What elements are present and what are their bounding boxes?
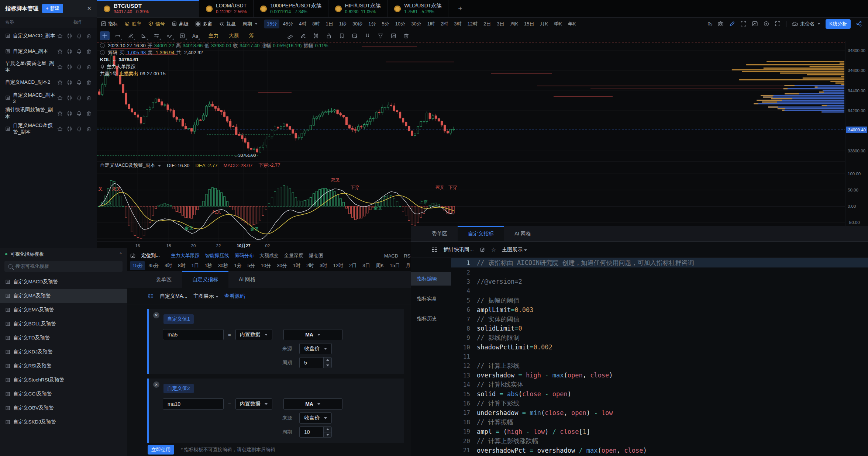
timeframe-3时[interactable]: 3时 [451, 20, 464, 28]
ruler-tool-icon[interactable] [285, 31, 295, 40]
favorite-icon[interactable] [57, 95, 63, 101]
price-source-select[interactable]: 收盘价 [299, 343, 332, 354]
timeframe-月K[interactable]: 月K [538, 20, 551, 28]
timeframe-10分[interactable]: 10分 [258, 261, 273, 270]
subnav-指标实盘[interactable]: 指标实盘 [411, 292, 451, 305]
favorite-icon[interactable] [57, 111, 63, 116]
candle-icon[interactable] [67, 33, 72, 39]
timeframe-5分[interactable]: 5分 [379, 20, 392, 28]
candle-icon[interactable] [67, 80, 72, 85]
trash-tool-icon[interactable] [402, 31, 411, 40]
layout-name[interactable]: 未命名 [792, 21, 820, 27]
magnet-tool-icon[interactable] [363, 31, 372, 40]
timeframe-15分[interactable]: 15分 [264, 20, 279, 28]
tool-筹[interactable]: 筹 [249, 32, 254, 39]
target-icon[interactable] [763, 21, 769, 27]
share-icon[interactable] [856, 21, 862, 27]
view-source-link[interactable]: 查看源码 [224, 293, 245, 300]
timeframe-45分[interactable]: 45分 [146, 261, 161, 270]
template-item-0[interactable]: 自定义MACD及预警 [0, 275, 127, 289]
candle-icon[interactable] [67, 64, 72, 70]
timeframe-5分[interactable]: 5分 [245, 261, 258, 270]
delete-icon[interactable] [86, 95, 92, 101]
script-row-3[interactable]: 自定义MACD_副本2 [0, 75, 97, 90]
favorite-icon[interactable] [57, 126, 63, 132]
toolbar-item[interactable]: 周期 [242, 21, 258, 27]
chart-feature-全量深度[interactable]: 全量深度 [284, 252, 303, 259]
note-tool-icon[interactable] [350, 31, 359, 40]
period-stepper[interactable] [299, 357, 332, 368]
favorite-icon[interactable] [57, 80, 63, 85]
bookmark-tool-icon[interactable] [337, 31, 347, 40]
code-editor[interactable]: 1// 该指标由 AICOIN研究院 创建，如遇任何使用问题，可加入指标社群咨询… [451, 258, 868, 456]
text-tool-icon[interactable]: Aa [190, 31, 200, 40]
new-script-button[interactable]: + 新建 [42, 4, 63, 13]
alert-icon[interactable] [76, 111, 82, 116]
code-panel-tab-AI 网格[interactable]: AI 网格 [504, 226, 541, 241]
timeframe-12时[interactable]: 12时 [330, 261, 345, 270]
template-item-5[interactable]: 自定义KDJ及预警 [0, 345, 127, 359]
favorite-icon[interactable]: ☆ [491, 246, 496, 253]
timeframe-15日[interactable]: 15日 [387, 261, 402, 270]
timeframe-15分[interactable]: 15分 [130, 261, 145, 270]
triangle-tool-icon[interactable] [139, 31, 148, 40]
timeframe-1分[interactable]: 1分 [366, 20, 378, 28]
parallel-tool-icon[interactable] [126, 31, 135, 40]
candlestick-chart[interactable]: 34800.0034600.0034400.0034200.0033800.00… [97, 41, 868, 250]
function-select[interactable]: MA [283, 329, 342, 340]
timeframe-1分[interactable]: 1分 [231, 261, 244, 270]
delete-icon[interactable] [86, 33, 92, 39]
timeframe-30分[interactable]: 30分 [274, 261, 289, 270]
script-row-6[interactable]: 自定义MACD及预警_副本 [0, 121, 97, 137]
toolbar-item[interactable]: 信号 [148, 21, 165, 27]
indicator-list-icon[interactable] [148, 293, 154, 299]
segment-tool-icon[interactable] [113, 31, 123, 40]
script-row-2[interactable]: 早晨之星/黄昏之星_副本 [0, 59, 97, 75]
timeframe-1时[interactable]: 1时 [425, 20, 437, 28]
source-type-select[interactable]: 内置数据 [235, 398, 272, 410]
timeframe-4时[interactable]: 4时 [162, 261, 175, 270]
timeframe-3时[interactable]: 3时 [317, 261, 330, 270]
script-row-0[interactable]: 自定义MACD_副本 [0, 28, 97, 44]
alert-icon[interactable] [76, 80, 82, 85]
template-item-3[interactable]: 自定义BOLL及预警 [0, 317, 127, 331]
symbol-tab-0[interactable]: BTC/USDT34017.40 -0.39% [97, 0, 199, 17]
replace-tool-icon[interactable] [389, 31, 398, 40]
alert-icon[interactable] [76, 33, 82, 39]
timeframe-1日[interactable]: 1日 [189, 261, 201, 270]
template-item-8[interactable]: 自定义CCI及预警 [0, 387, 127, 401]
timeframe-季K[interactable]: 季K [551, 20, 565, 28]
timeframe-15日[interactable]: 15日 [521, 20, 537, 28]
timeframe-年K[interactable]: 年K [565, 20, 579, 28]
timeframe-45分[interactable]: 45分 [280, 20, 295, 28]
alert-icon[interactable] [76, 49, 82, 54]
candle-tool-tool-icon[interactable] [311, 31, 321, 40]
frame-icon[interactable] [740, 21, 747, 27]
timeframe-周K[interactable]: 周K [373, 261, 386, 270]
close-icon[interactable]: ✕ [87, 5, 92, 12]
add-symbol-button[interactable]: + [448, 0, 472, 17]
editor-tab-委单区[interactable]: 委单区 [146, 271, 182, 288]
editor-tab-自定义指标[interactable]: 自定义指标 [182, 271, 228, 288]
template-search-input[interactable]: 搜索可视化模板 [4, 261, 123, 272]
indicator-RSI[interactable]: RSI [404, 253, 411, 259]
timeframe-30秒[interactable]: 30秒 [216, 261, 231, 270]
template-item-7[interactable]: 自定义StochRSI及预警 [0, 373, 127, 387]
delete-icon[interactable] [86, 111, 92, 116]
calendar-icon[interactable] [130, 253, 136, 259]
script-row-4[interactable]: 自定义MACD_副本3 [0, 90, 97, 106]
function-select[interactable]: MA [283, 398, 342, 410]
draw-icon[interactable] [729, 21, 735, 27]
period-input[interactable] [300, 357, 323, 368]
timeframe-30秒[interactable]: 30秒 [350, 20, 365, 28]
toolbar-item[interactable]: 高级 [172, 21, 189, 27]
timeframe-12时[interactable]: 12时 [465, 20, 480, 28]
chart-feature-筹码分布[interactable]: 筹码分布 [235, 252, 254, 259]
variable-name-input[interactable] [163, 329, 224, 340]
script-row-1[interactable]: 自定义MA_副本 [0, 44, 97, 59]
timeframe-月K[interactable]: 月K [403, 261, 411, 270]
timeframe-2日[interactable]: 2日 [481, 20, 493, 28]
template-item-6[interactable]: 自定义RSI及预警 [0, 359, 127, 373]
use-now-button[interactable]: 立即使用 [148, 445, 174, 455]
timeframe-3日[interactable]: 3日 [360, 261, 372, 270]
